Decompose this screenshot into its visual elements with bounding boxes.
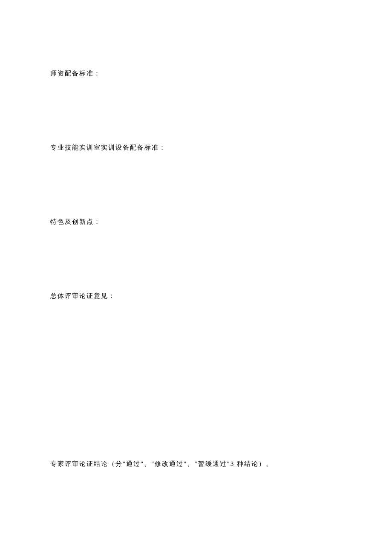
document-page: 师资配备标准： 专业技能实训室实训设备配备标准： 特色及创新点： 总体评审论证意…	[0, 0, 392, 555]
section-label-faculty-standard: 师资配备标准：	[50, 68, 342, 78]
section-label-features-innovation: 特色及创新点：	[50, 217, 342, 227]
section-label-training-equipment-standard: 专业技能实训室实训设备配备标准：	[50, 142, 342, 153]
section-label-expert-review-conclusion: 专家评审论证结论（分"通过"、"修改通过"、"暂缓通过"3 种结论）。	[50, 459, 342, 469]
section-label-overall-review-opinion: 总体评审论证意见：	[50, 291, 342, 301]
